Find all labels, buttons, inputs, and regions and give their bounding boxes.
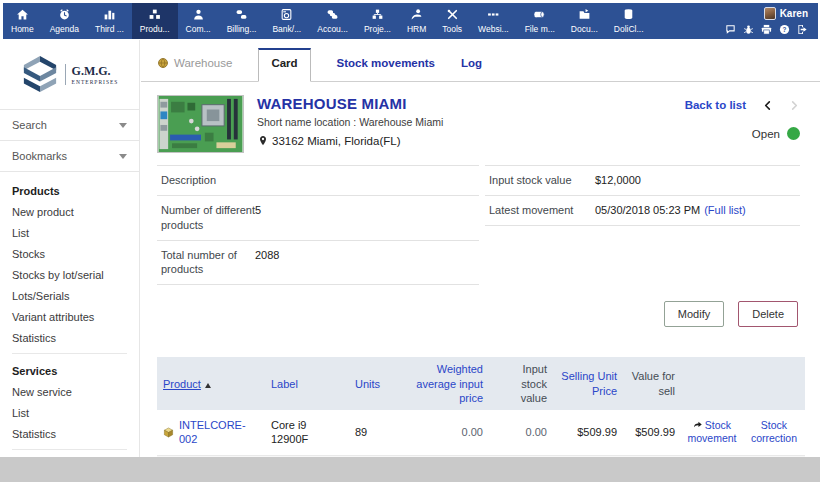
chevron-down-icon [119,154,127,159]
websites-icon [487,8,500,21]
sidebar-item-services-list[interactable]: List [12,407,127,419]
file-manager-icon [533,8,546,21]
bank-icon [280,8,293,21]
user-menu[interactable]: Karen [764,7,808,20]
doliclub-icon [622,8,635,21]
address-line: 33162 Miami, Florida(FL) [257,135,443,147]
weighted-average-input-price: 0.00 [391,410,489,455]
col-product[interactable]: Product [157,357,265,410]
details-left-table: Description Number of different products… [157,165,479,285]
tab-stock-movements[interactable]: Stock movements [337,57,435,81]
value-for-sell: $509.99 [623,410,681,455]
sidebar-item-stocks[interactable]: Stocks [12,248,139,260]
top-navbar: Home Agenda Third ... Produ... Com... Bi… [3,3,818,39]
tab-warehouse[interactable]: Warehouse [157,57,232,81]
sidebar-item-new-product[interactable]: New product [12,206,139,218]
col-weighted-average-input-price[interactable]: Weighted average input price [391,357,489,410]
company-logo-icon [21,55,59,93]
sidebar-item-services-statistics[interactable]: Statistics [12,428,127,440]
col-label[interactable]: Label [265,357,349,410]
warehouse-globe-icon [157,57,169,69]
search-dropdown[interactable]: Search [0,109,139,140]
bug-icon[interactable] [743,24,754,35]
nav-item-hrm[interactable]: HRM [399,3,434,39]
back-to-list-link[interactable]: Back to list [685,99,746,111]
stock-correction-link[interactable]: Stock correction [749,419,799,446]
nav-item-billing[interactable]: Billing... [219,3,265,39]
products-icon [148,8,161,21]
nav-item-third-parties[interactable]: Third ... [87,3,132,39]
documents-icon [578,8,591,21]
location-pin-icon [257,135,269,147]
printer-icon[interactable] [761,24,772,35]
nav-item-commerce[interactable]: Com... [178,3,219,39]
detail-row-total-products: Total number of products 2088 [157,241,479,286]
projects-icon [371,8,384,21]
sidebar: G.M.G. ENTERPRISES Search Bookmarks Prod… [0,40,140,457]
col-actions-2 [743,357,805,410]
sidebar-item-stocks-by-lot[interactable]: Stocks by lot/serial [12,269,139,281]
logout-icon[interactable] [797,24,808,35]
stock-movement-link[interactable]: Stock movement [687,419,737,446]
warehouse-identity: WAREHOUSE MIAMI Short name location : Wa… [257,95,443,153]
window-bottom-band [0,457,820,482]
tab-log[interactable]: Log [461,57,482,81]
tab-card[interactable]: Card [258,48,310,82]
col-value-for-sell: Value for sell [623,357,681,410]
delete-button[interactable]: Delete [738,301,798,327]
sidebar-item-new-service[interactable]: New service [12,386,127,398]
avatar [764,7,776,20]
user-name: Karen [780,8,808,19]
nav-item-bank[interactable]: Bank/... [264,3,309,39]
modify-button[interactable]: Modify [664,301,724,327]
sort-asc-icon [205,383,211,388]
third-parties-icon [103,8,116,21]
detail-row-description: Description [157,166,479,196]
product-cube-icon [163,427,174,438]
nav-item-projects[interactable]: Proje... [356,3,399,39]
next-record-icon[interactable] [789,100,800,111]
menu-section-products: Products New product List Stocks Stocks … [12,185,139,344]
chat-icon[interactable] [725,24,736,35]
bookmarks-dropdown[interactable]: Bookmarks [0,140,139,172]
product-label: Core i9 12900F [265,410,349,455]
sidebar-item-products-statistics[interactable]: Statistics [12,332,139,344]
company-logo-text: G.M.G. ENTERPRISES [65,64,119,85]
main-content: Warehouse Card Stock movements Log [141,40,820,457]
nav-item-tools[interactable]: Tools [434,3,470,39]
search-dropdown-label: Search [12,119,47,131]
action-buttons: Modify Delete [141,285,820,327]
nav-item-doliclub[interactable]: DoliCl... [606,3,652,39]
sidebar-menu: Products New product List Stocks Stocks … [0,172,139,457]
home-icon [16,8,29,21]
topbar-right: Karen ? [725,3,818,39]
nav-item-websites[interactable]: Websi... [470,3,517,39]
accountancy-icon [326,8,339,21]
sidebar-item-products-list[interactable]: List [12,227,139,239]
agenda-icon [58,8,71,21]
sidebar-item-variant-attributes[interactable]: Variant attributes [12,311,139,323]
status-row: Open [685,127,800,140]
full-list-link[interactable]: (Full list) [704,203,746,218]
help-icon[interactable]: ? [779,24,790,35]
warehouse-header: WAREHOUSE MIAMI Short name location : Wa… [141,82,820,153]
col-selling-unit-price[interactable]: Selling Unit Price [553,357,623,410]
previous-record-icon[interactable] [762,100,773,111]
commerce-icon [192,8,205,21]
product-link[interactable]: INTELCORE-002 [179,418,259,447]
nav-item-file-manager[interactable]: File m... [517,3,563,39]
details-right-table: Input stock value $12,0000 Latest moveme… [485,165,800,285]
nav-item-agenda[interactable]: Agenda [42,3,87,39]
menu-section-services: Services New service List Statistics [12,353,127,440]
details-area: Description Number of different products… [141,153,820,285]
motherboard-image [158,96,243,152]
company-logo[interactable]: G.M.G. ENTERPRISES [0,40,139,109]
nav-item-products[interactable]: Produ... [132,3,178,39]
col-units[interactable]: Units [349,357,391,410]
sidebar-item-lots-serials[interactable]: Lots/Serials [12,290,139,302]
col-input-stock-value: Input stock value [489,357,553,410]
nav-item-home[interactable]: Home [3,3,42,39]
nav-item-documents[interactable]: Docu... [563,3,606,39]
short-name-line: Short name location : Warehouse Miami [257,116,443,128]
nav-item-accountancy[interactable]: Accou... [309,3,356,39]
